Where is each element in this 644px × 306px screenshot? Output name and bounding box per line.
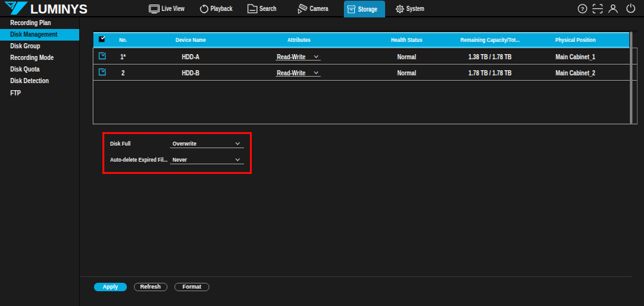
svg-text:?: ? [581, 6, 585, 12]
